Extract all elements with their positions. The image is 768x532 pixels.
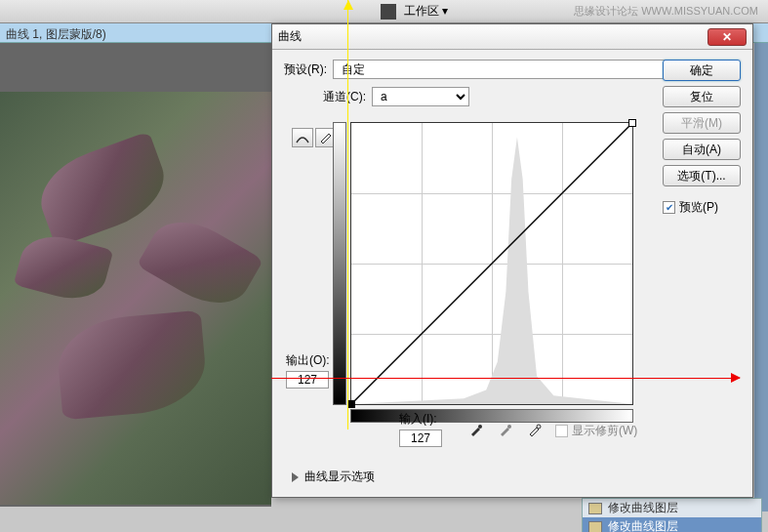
document-image[interactable] bbox=[0, 92, 271, 505]
show-clip-label: 显示修剪(W) bbox=[572, 423, 637, 439]
input-label: 输入(I): bbox=[399, 411, 442, 428]
preset-select[interactable]: 自定 bbox=[333, 60, 719, 79]
watermark: 思缘设计论坛 WWW.MISSYUAN.COM bbox=[574, 4, 758, 19]
guide-vertical-arrow bbox=[344, 0, 353, 10]
output-field[interactable] bbox=[286, 371, 329, 389]
channel-label: 通道(C): bbox=[323, 89, 366, 105]
curve-tool-icon[interactable] bbox=[292, 128, 313, 147]
ok-button[interactable]: 确定 bbox=[663, 60, 741, 81]
reset-button[interactable]: 复位 bbox=[663, 86, 741, 107]
br-icon[interactable] bbox=[381, 4, 396, 20]
curves-dialog: 曲线 ✕ 预设(R): 自定 通道(C): a 确定 复位 平滑(M) 自动(A… bbox=[271, 23, 753, 498]
preview-label: 预览(P) bbox=[679, 199, 718, 216]
svg-point-3 bbox=[507, 425, 511, 429]
workspace-menu[interactable]: 工作区 ▾ bbox=[404, 3, 448, 20]
eyedropper-gray-icon[interactable] bbox=[495, 419, 516, 440]
svg-line-1 bbox=[351, 123, 632, 404]
history-panel: 修改曲线图层 修改曲线图层 bbox=[582, 498, 762, 532]
curve-line[interactable] bbox=[351, 123, 632, 404]
preview-checkbox[interactable]: ✔ bbox=[663, 201, 675, 214]
display-options-label[interactable]: 曲线显示选项 bbox=[304, 469, 375, 485]
options-button[interactable]: 选项(T)... bbox=[663, 165, 741, 186]
guide-horizontal-arrow bbox=[731, 373, 741, 383]
curves-graph[interactable] bbox=[350, 122, 633, 405]
show-clip-checkbox[interactable] bbox=[555, 425, 568, 437]
preset-label: 预设(R): bbox=[284, 61, 327, 78]
auto-button[interactable]: 自动(A) bbox=[663, 139, 741, 160]
history-item[interactable]: 修改曲线图层 bbox=[583, 517, 761, 532]
eyedropper-black-icon[interactable] bbox=[465, 419, 487, 440]
history-step-icon bbox=[588, 503, 602, 514]
output-label: 输出(O): bbox=[286, 352, 330, 369]
channel-select[interactable]: a bbox=[372, 87, 469, 106]
guide-horizontal bbox=[271, 378, 740, 379]
svg-point-2 bbox=[478, 425, 482, 429]
history-item[interactable]: 修改曲线图层 bbox=[583, 499, 761, 517]
curve-point-black[interactable] bbox=[347, 400, 355, 408]
smooth-button: 平滑(M) bbox=[663, 112, 741, 134]
history-step-icon bbox=[588, 521, 602, 533]
expand-icon[interactable] bbox=[292, 472, 299, 482]
curve-point-white[interactable] bbox=[628, 119, 636, 127]
dialog-title: 曲线 bbox=[278, 28, 707, 45]
close-button[interactable]: ✕ bbox=[707, 28, 747, 46]
output-gradient bbox=[333, 122, 346, 405]
panel-dock[interactable] bbox=[754, 43, 768, 512]
svg-point-4 bbox=[537, 425, 541, 429]
guide-vertical bbox=[347, 0, 348, 430]
eyedropper-white-icon[interactable] bbox=[524, 419, 546, 440]
input-field[interactable] bbox=[399, 430, 442, 447]
